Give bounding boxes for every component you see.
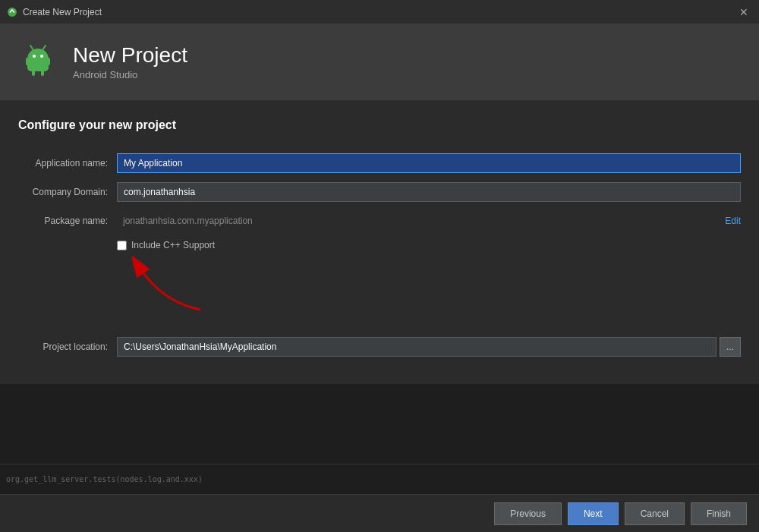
svg-point-3 — [33, 55, 36, 58]
cpp-support-row: Include C++ Support — [18, 240, 741, 250]
svg-rect-6 — [26, 58, 29, 65]
close-button[interactable]: ✕ — [735, 5, 753, 19]
header-text: New Project Android Studio — [73, 44, 187, 80]
edit-link[interactable]: Edit — [719, 216, 741, 226]
dialog-title: New Project — [73, 44, 187, 68]
finish-button[interactable]: Finish — [691, 502, 747, 525]
dialog-header: New Project Android Studio — [0, 24, 759, 100]
title-bar: Create New Project ✕ — [0, 0, 759, 24]
android-studio-icon — [6, 6, 18, 18]
title-bar-title: Create New Project — [23, 7, 102, 17]
package-name-value: jonathanhsia.com.myapplication — [117, 211, 719, 231]
nav-buttons: Previous Next Cancel Finish — [494, 502, 759, 525]
company-domain-label: Company Domain: — [18, 187, 117, 197]
project-location-label: Project location: — [18, 342, 117, 352]
app-name-label: Application name: — [18, 158, 117, 168]
section-title: Configure your new project — [18, 118, 741, 132]
cancel-button[interactable]: Cancel — [625, 502, 685, 525]
dialog-subtitle: Android Studio — [73, 69, 187, 80]
next-button[interactable]: Next — [568, 502, 619, 525]
red-arrow-icon — [117, 257, 223, 317]
package-name-label: Package name: — [18, 216, 117, 226]
previous-button[interactable]: Previous — [494, 502, 562, 525]
svg-rect-5 — [27, 61, 49, 71]
log-area: org.get_llm_server.tests(nodes.log.and.x… — [0, 464, 759, 494]
svg-rect-8 — [32, 70, 35, 76]
log-text: org.get_llm_server.tests(nodes.log.and.x… — [6, 475, 203, 483]
cpp-support-checkbox[interactable] — [117, 241, 127, 250]
android-logo-icon — [15, 39, 61, 85]
svg-rect-7 — [47, 58, 50, 65]
project-location-group: Project location: ... — [18, 337, 741, 357]
title-bar-left: Create New Project — [6, 6, 102, 18]
svg-rect-9 — [41, 70, 44, 76]
company-domain-group: Company Domain: — [18, 182, 741, 202]
app-name-group: Application name: — [18, 153, 741, 173]
app-name-input[interactable] — [117, 153, 741, 173]
package-name-group: Package name: jonathanhsia.com.myapplica… — [18, 211, 741, 231]
bottom-bar: Previous Next Cancel Finish — [0, 494, 759, 532]
svg-point-4 — [40, 55, 43, 58]
annotation-arrow-container — [18, 257, 741, 325]
content-area: Configure your new project Application n… — [0, 100, 759, 384]
project-location-input[interactable] — [117, 337, 716, 357]
cpp-support-label[interactable]: Include C++ Support — [131, 240, 215, 250]
svg-point-0 — [8, 8, 17, 17]
browse-button[interactable]: ... — [720, 337, 741, 357]
company-domain-input[interactable] — [117, 182, 741, 202]
